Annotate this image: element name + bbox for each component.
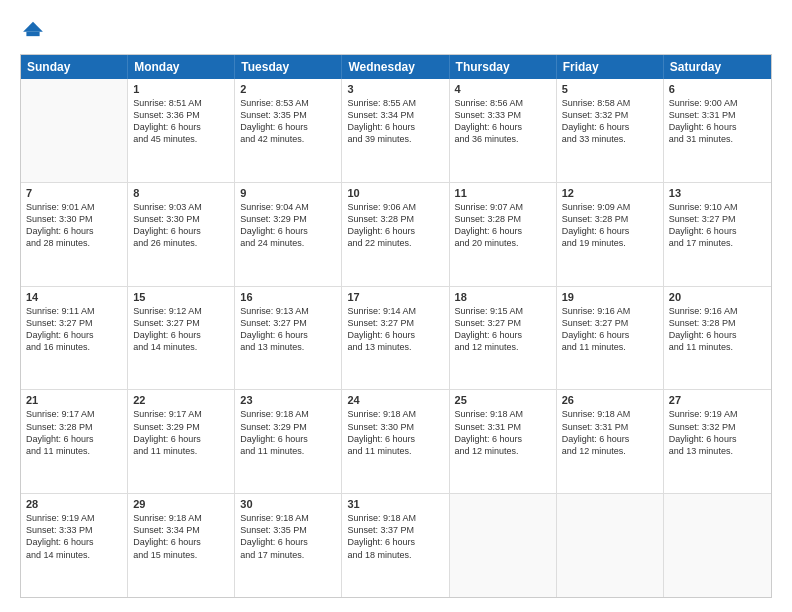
day-number: 10 [347,187,443,199]
calendar-body: 1Sunrise: 8:51 AM Sunset: 3:36 PM Daylig… [21,79,771,597]
calendar-cell [664,494,771,597]
day-number: 30 [240,498,336,510]
calendar-week-0: 1Sunrise: 8:51 AM Sunset: 3:36 PM Daylig… [21,79,771,183]
day-number: 11 [455,187,551,199]
calendar-cell: 20Sunrise: 9:16 AM Sunset: 3:28 PM Dayli… [664,287,771,390]
cell-info: Sunrise: 9:18 AM Sunset: 3:35 PM Dayligh… [240,512,336,561]
cell-info: Sunrise: 9:14 AM Sunset: 3:27 PM Dayligh… [347,305,443,354]
calendar-week-3: 21Sunrise: 9:17 AM Sunset: 3:28 PM Dayli… [21,390,771,494]
calendar-cell [21,79,128,182]
cell-info: Sunrise: 8:53 AM Sunset: 3:35 PM Dayligh… [240,97,336,146]
calendar-cell: 30Sunrise: 9:18 AM Sunset: 3:35 PM Dayli… [235,494,342,597]
cell-info: Sunrise: 9:07 AM Sunset: 3:28 PM Dayligh… [455,201,551,250]
cell-info: Sunrise: 9:04 AM Sunset: 3:29 PM Dayligh… [240,201,336,250]
cell-info: Sunrise: 9:15 AM Sunset: 3:27 PM Dayligh… [455,305,551,354]
calendar-cell: 25Sunrise: 9:18 AM Sunset: 3:31 PM Dayli… [450,390,557,493]
calendar-cell: 24Sunrise: 9:18 AM Sunset: 3:30 PM Dayli… [342,390,449,493]
calendar-cell: 12Sunrise: 9:09 AM Sunset: 3:28 PM Dayli… [557,183,664,286]
calendar-cell: 26Sunrise: 9:18 AM Sunset: 3:31 PM Dayli… [557,390,664,493]
calendar-cell: 2Sunrise: 8:53 AM Sunset: 3:35 PM Daylig… [235,79,342,182]
cell-info: Sunrise: 9:18 AM Sunset: 3:31 PM Dayligh… [455,408,551,457]
day-number: 12 [562,187,658,199]
calendar-cell: 11Sunrise: 9:07 AM Sunset: 3:28 PM Dayli… [450,183,557,286]
cell-info: Sunrise: 9:01 AM Sunset: 3:30 PM Dayligh… [26,201,122,250]
day-number: 18 [455,291,551,303]
calendar-cell: 22Sunrise: 9:17 AM Sunset: 3:29 PM Dayli… [128,390,235,493]
day-number: 1 [133,83,229,95]
day-number: 15 [133,291,229,303]
logo-icon [22,18,44,40]
cell-info: Sunrise: 9:17 AM Sunset: 3:29 PM Dayligh… [133,408,229,457]
cell-info: Sunrise: 9:03 AM Sunset: 3:30 PM Dayligh… [133,201,229,250]
calendar-cell: 4Sunrise: 8:56 AM Sunset: 3:33 PM Daylig… [450,79,557,182]
cell-info: Sunrise: 8:55 AM Sunset: 3:34 PM Dayligh… [347,97,443,146]
day-number: 21 [26,394,122,406]
calendar-cell: 15Sunrise: 9:12 AM Sunset: 3:27 PM Dayli… [128,287,235,390]
day-header-sunday: Sunday [21,55,128,79]
day-number: 2 [240,83,336,95]
day-number: 20 [669,291,766,303]
day-number: 6 [669,83,766,95]
calendar-cell: 13Sunrise: 9:10 AM Sunset: 3:27 PM Dayli… [664,183,771,286]
cell-info: Sunrise: 9:16 AM Sunset: 3:28 PM Dayligh… [669,305,766,354]
day-number: 13 [669,187,766,199]
day-header-tuesday: Tuesday [235,55,342,79]
day-header-monday: Monday [128,55,235,79]
calendar-cell: 5Sunrise: 8:58 AM Sunset: 3:32 PM Daylig… [557,79,664,182]
day-number: 8 [133,187,229,199]
calendar-cell: 19Sunrise: 9:16 AM Sunset: 3:27 PM Dayli… [557,287,664,390]
cell-info: Sunrise: 9:18 AM Sunset: 3:37 PM Dayligh… [347,512,443,561]
day-number: 3 [347,83,443,95]
calendar-cell: 31Sunrise: 9:18 AM Sunset: 3:37 PM Dayli… [342,494,449,597]
day-number: 4 [455,83,551,95]
calendar-week-4: 28Sunrise: 9:19 AM Sunset: 3:33 PM Dayli… [21,494,771,597]
calendar-cell: 17Sunrise: 9:14 AM Sunset: 3:27 PM Dayli… [342,287,449,390]
cell-info: Sunrise: 8:51 AM Sunset: 3:36 PM Dayligh… [133,97,229,146]
cell-info: Sunrise: 9:10 AM Sunset: 3:27 PM Dayligh… [669,201,766,250]
calendar-cell: 18Sunrise: 9:15 AM Sunset: 3:27 PM Dayli… [450,287,557,390]
day-header-saturday: Saturday [664,55,771,79]
day-number: 31 [347,498,443,510]
calendar-cell: 1Sunrise: 8:51 AM Sunset: 3:36 PM Daylig… [128,79,235,182]
calendar: SundayMondayTuesdayWednesdayThursdayFrid… [20,54,772,598]
day-number: 14 [26,291,122,303]
calendar-cell [450,494,557,597]
day-number: 27 [669,394,766,406]
cell-info: Sunrise: 8:56 AM Sunset: 3:33 PM Dayligh… [455,97,551,146]
calendar-cell: 27Sunrise: 9:19 AM Sunset: 3:32 PM Dayli… [664,390,771,493]
svg-rect-1 [26,32,39,36]
day-number: 24 [347,394,443,406]
calendar-week-2: 14Sunrise: 9:11 AM Sunset: 3:27 PM Dayli… [21,287,771,391]
day-number: 5 [562,83,658,95]
logo [20,18,48,44]
calendar-week-1: 7Sunrise: 9:01 AM Sunset: 3:30 PM Daylig… [21,183,771,287]
calendar-cell: 9Sunrise: 9:04 AM Sunset: 3:29 PM Daylig… [235,183,342,286]
day-header-wednesday: Wednesday [342,55,449,79]
page: SundayMondayTuesdayWednesdayThursdayFrid… [0,0,792,612]
calendar-cell: 6Sunrise: 9:00 AM Sunset: 3:31 PM Daylig… [664,79,771,182]
cell-info: Sunrise: 9:16 AM Sunset: 3:27 PM Dayligh… [562,305,658,354]
header [20,18,772,44]
cell-info: Sunrise: 9:17 AM Sunset: 3:28 PM Dayligh… [26,408,122,457]
calendar-cell [557,494,664,597]
cell-info: Sunrise: 9:19 AM Sunset: 3:33 PM Dayligh… [26,512,122,561]
calendar-cell: 21Sunrise: 9:17 AM Sunset: 3:28 PM Dayli… [21,390,128,493]
calendar-cell: 8Sunrise: 9:03 AM Sunset: 3:30 PM Daylig… [128,183,235,286]
day-number: 26 [562,394,658,406]
calendar-cell: 23Sunrise: 9:18 AM Sunset: 3:29 PM Dayli… [235,390,342,493]
day-number: 23 [240,394,336,406]
calendar-cell: 28Sunrise: 9:19 AM Sunset: 3:33 PM Dayli… [21,494,128,597]
day-header-friday: Friday [557,55,664,79]
cell-info: Sunrise: 9:18 AM Sunset: 3:34 PM Dayligh… [133,512,229,561]
cell-info: Sunrise: 9:00 AM Sunset: 3:31 PM Dayligh… [669,97,766,146]
calendar-cell: 10Sunrise: 9:06 AM Sunset: 3:28 PM Dayli… [342,183,449,286]
day-number: 16 [240,291,336,303]
cell-info: Sunrise: 8:58 AM Sunset: 3:32 PM Dayligh… [562,97,658,146]
cell-info: Sunrise: 9:19 AM Sunset: 3:32 PM Dayligh… [669,408,766,457]
calendar-cell: 29Sunrise: 9:18 AM Sunset: 3:34 PM Dayli… [128,494,235,597]
day-number: 7 [26,187,122,199]
day-number: 29 [133,498,229,510]
calendar-cell: 3Sunrise: 8:55 AM Sunset: 3:34 PM Daylig… [342,79,449,182]
calendar-cell: 16Sunrise: 9:13 AM Sunset: 3:27 PM Dayli… [235,287,342,390]
calendar-cell: 7Sunrise: 9:01 AM Sunset: 3:30 PM Daylig… [21,183,128,286]
